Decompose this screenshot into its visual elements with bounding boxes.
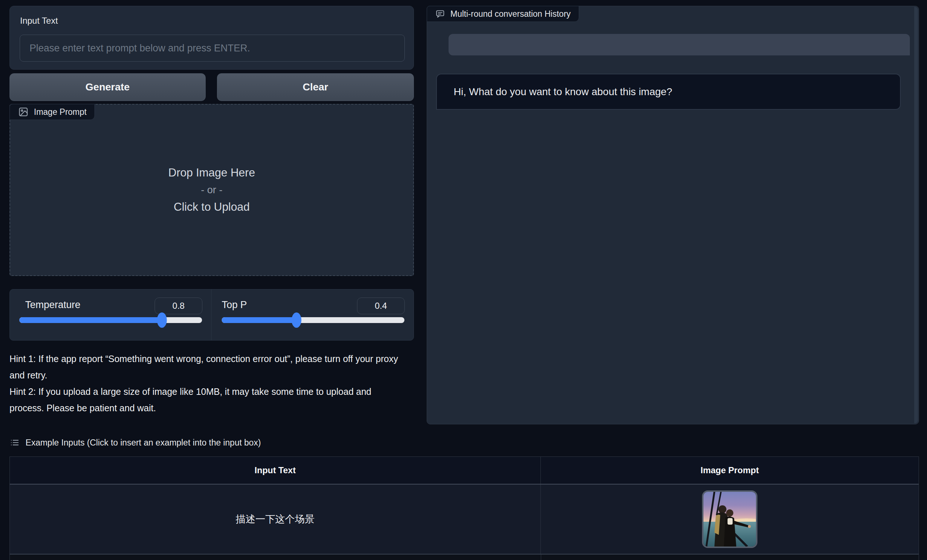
top-p-value-input[interactable]: 0.4 — [357, 297, 405, 314]
params-panel: Temperature 0.8 Top P 0.4 — [9, 289, 414, 340]
examples-label-text: Example Inputs (Click to insert an examp… — [26, 438, 261, 448]
example-row[interactable]: 描述一下这个场景 — [10, 484, 919, 554]
top-p-slider[interactable] — [222, 317, 404, 323]
app-page: Input Text Generate Clear Drop Image Her… — [0, 0, 927, 560]
list-icon — [9, 437, 20, 448]
top-p-slider-group: Top P 0.4 — [211, 290, 413, 340]
temperature-value-input[interactable]: 0.8 — [155, 297, 202, 314]
image-upload-dropzone[interactable]: Drop Image Here - or - Click to Upload — [9, 104, 414, 276]
temperature-slider[interactable] — [19, 317, 202, 323]
chat-history-panel: Hi, What do you want to know about this … — [427, 6, 919, 424]
bot-message-text: Hi, What do you want to know about this … — [454, 86, 672, 98]
examples-table: Input Text Image Prompt 描述一下这个场景 — [9, 457, 919, 560]
header-input-text: Input Text — [10, 457, 541, 484]
chat-history-tab: Multi-round conversation History — [427, 6, 579, 22]
example-image-thumbnail[interactable] — [702, 490, 757, 548]
slider-fill — [222, 317, 296, 323]
example-image-cell[interactable] — [541, 484, 919, 554]
clear-button[interactable]: Clear — [217, 73, 414, 101]
dropzone-instructions: Drop Image Here - or - Click to Upload — [10, 164, 413, 216]
drop-image-here-text: Drop Image Here — [10, 164, 413, 182]
chat-scrollbar[interactable] — [914, 7, 918, 423]
bot-message-bubble: Hi, What do you want to know about this … — [436, 74, 901, 110]
image-prompt-tab: Image Prompt — [9, 104, 95, 120]
image-icon — [18, 106, 29, 117]
examples-label: Example Inputs (Click to insert an examp… — [9, 437, 261, 448]
chat-bubble-icon — [435, 9, 445, 19]
chat-tab-label: Multi-round conversation History — [450, 9, 571, 19]
input-text-label: Input Text — [20, 16, 58, 26]
user-message-bubble — [448, 34, 910, 55]
top-p-label: Top P — [222, 299, 247, 311]
examples-table-header: Input Text Image Prompt — [10, 457, 919, 484]
click-to-upload-text: Click to Upload — [10, 198, 413, 216]
header-image-prompt: Image Prompt — [541, 457, 919, 484]
temperature-slider-group: Temperature 0.8 — [10, 290, 211, 340]
slider-thumb[interactable] — [157, 313, 167, 328]
input-text-panel: Input Text — [9, 6, 414, 70]
slider-thumb[interactable] — [292, 313, 302, 328]
example-input-text-cell[interactable]: 描述一下这个场景 — [10, 484, 541, 554]
prompt-input[interactable] — [20, 35, 405, 62]
generate-button[interactable]: Generate — [9, 73, 206, 101]
image-prompt-tab-label: Image Prompt — [34, 107, 87, 117]
hints-block: Hint 1: If the app report “Something wen… — [9, 351, 407, 416]
temperature-label: Temperature — [25, 299, 81, 311]
or-text: - or - — [10, 182, 413, 198]
hint-1: Hint 1: If the app report “Something wen… — [9, 351, 407, 384]
hint-2: Hint 2: If you upload a large size of im… — [9, 384, 407, 416]
next-example-row-partial — [10, 554, 919, 560]
slider-fill — [19, 317, 162, 323]
titanic-scene-art — [704, 492, 756, 546]
